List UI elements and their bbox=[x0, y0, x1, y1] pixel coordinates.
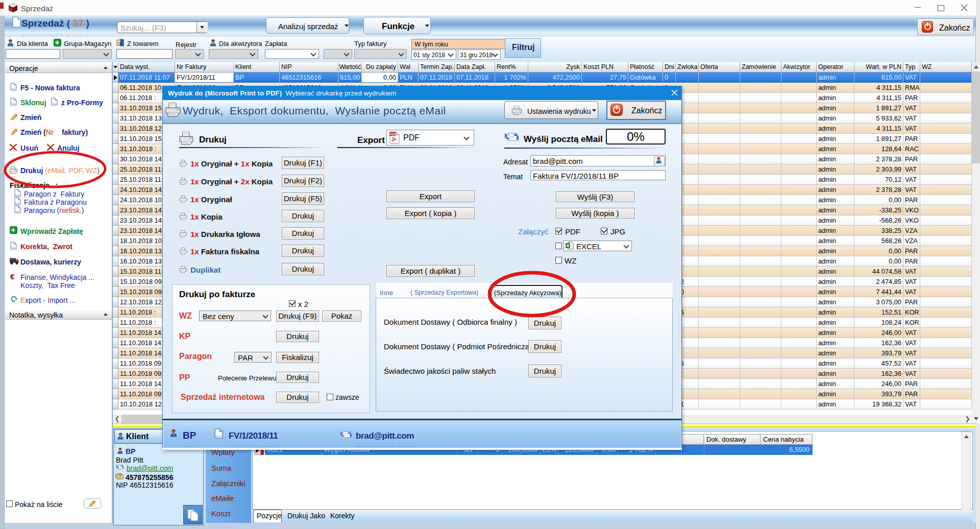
svg-text:PDF: PDF bbox=[390, 133, 396, 136]
